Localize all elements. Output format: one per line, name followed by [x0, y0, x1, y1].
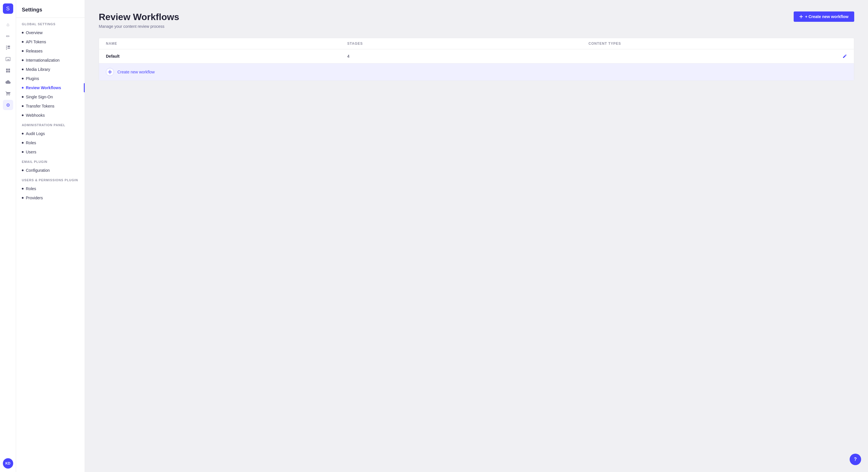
- global-settings-label: GLOBAL SETTINGS: [16, 22, 85, 28]
- sidebar-item-providers[interactable]: Providers: [16, 193, 85, 202]
- bullet-dot: [22, 50, 24, 52]
- sidebar-item-single-sign-on[interactable]: Single Sign-On: [16, 92, 85, 102]
- bullet-dot: [22, 78, 24, 79]
- app-logo[interactable]: S: [3, 3, 13, 14]
- plus-icon-small: [108, 70, 112, 74]
- sidebar-item-api-tokens[interactable]: API Tokens: [16, 37, 85, 46]
- sidebar-item-users[interactable]: Users: [16, 147, 85, 157]
- bullet-dot: [22, 87, 24, 89]
- bullet-dot: [22, 32, 24, 34]
- pencil-icon: [842, 54, 847, 59]
- plus-icon: [799, 15, 803, 19]
- users-permissions-label: USERS & PERMISSIONS PLUGIN: [16, 178, 85, 184]
- page-title: Review Workflows: [99, 11, 179, 22]
- table-row: Default 4: [99, 49, 854, 63]
- workflow-stages: 4: [347, 54, 589, 59]
- bullet-dot: [22, 197, 24, 199]
- plus-circle-icon: [106, 68, 114, 76]
- bullet-dot: [22, 142, 24, 144]
- sidebar-item-label: Roles: [26, 187, 36, 191]
- bullet-dot: [22, 133, 24, 134]
- page-header: Review Workflows Manage your content rev…: [99, 11, 854, 29]
- settings-nav-icon[interactable]: ⚙: [3, 100, 13, 110]
- sidebar-item-roles[interactable]: Roles: [16, 138, 85, 147]
- sidebar-item-permissions-roles[interactable]: Roles: [16, 184, 85, 193]
- sidebar-item-label: Configuration: [26, 168, 50, 173]
- cloud-nav-icon[interactable]: [3, 77, 13, 87]
- bullet-dot: [22, 151, 24, 153]
- sidebar-item-label: Transfer Tokens: [26, 104, 55, 108]
- table-header: NAME STAGES CONTENT TYPES: [99, 38, 854, 49]
- sidebar-item-label: API Tokens: [26, 40, 46, 44]
- main-content: Review Workflows Manage your content rev…: [85, 0, 868, 472]
- grid-nav-icon[interactable]: [3, 65, 13, 76]
- col-stages: STAGES: [347, 42, 589, 45]
- bullet-dot: [22, 114, 24, 116]
- content-area: Review Workflows Manage your content rev…: [85, 0, 868, 472]
- create-workflow-button[interactable]: + Create new workflow: [794, 11, 854, 22]
- sidebar-item-releases[interactable]: Releases: [16, 46, 85, 56]
- sidebar-item-plugins[interactable]: Plugins: [16, 74, 85, 83]
- sidebar-item-label: Audit Logs: [26, 131, 45, 136]
- email-plugin-label: EMAIL PLUGIN: [16, 160, 85, 166]
- bullet-dot: [22, 105, 24, 107]
- sidebar-item-overview[interactable]: Overview: [16, 28, 85, 37]
- sidebar-item-webhooks[interactable]: Webhooks: [16, 111, 85, 120]
- admin-panel-label: ADMINISTRATION PANEL: [16, 123, 85, 129]
- col-content-types: CONTENT TYPES: [588, 42, 830, 45]
- sidebar-item-configuration[interactable]: Configuration: [16, 166, 85, 175]
- bullet-dot: [22, 169, 24, 171]
- home-nav-icon[interactable]: ⌂: [3, 20, 13, 30]
- sidebar-item-label: Plugins: [26, 76, 39, 81]
- create-workflow-inline-label[interactable]: Create new workflow: [117, 70, 155, 74]
- bullet-dot: [22, 59, 24, 61]
- builder-nav-icon[interactable]: [3, 42, 13, 53]
- sidebar-item-label: Providers: [26, 196, 43, 200]
- sidebar-item-label: Webhooks: [26, 113, 45, 117]
- media-nav-icon[interactable]: [3, 54, 13, 64]
- icon-bar: S ⌂ ✏ ⚙ KD: [0, 0, 16, 472]
- page-header-text: Review Workflows Manage your content rev…: [99, 11, 179, 29]
- sidebar-item-media-library[interactable]: Media Library: [16, 65, 85, 74]
- sidebar-item-label: Users: [26, 150, 36, 154]
- user-avatar[interactable]: KD: [3, 458, 13, 469]
- workflow-name: Default: [106, 54, 347, 59]
- sidebar-divider: [16, 18, 85, 18]
- create-workflow-row[interactable]: Create new workflow: [99, 63, 854, 80]
- sidebar-item-label: Overview: [26, 30, 42, 35]
- sidebar-title: Settings: [16, 7, 85, 18]
- workflows-table: NAME STAGES CONTENT TYPES Default 4: [99, 38, 854, 81]
- col-name: NAME: [106, 42, 347, 45]
- sidebar-item-label: Review Workflows: [26, 86, 61, 90]
- edit-workflow-button[interactable]: [830, 54, 847, 59]
- sidebar-item-label: Single Sign-On: [26, 95, 53, 99]
- sidebar-item-internationalization[interactable]: Internationalization: [16, 56, 85, 65]
- bullet-dot: [22, 69, 24, 70]
- help-button[interactable]: ?: [849, 453, 861, 465]
- settings-sidebar: Settings GLOBAL SETTINGS Overview API To…: [16, 0, 85, 472]
- sidebar-item-audit-logs[interactable]: Audit Logs: [16, 129, 85, 138]
- bullet-dot: [22, 188, 24, 190]
- sidebar-item-label: Releases: [26, 49, 42, 53]
- shop-nav-icon[interactable]: [3, 88, 13, 99]
- sidebar-item-label: Internationalization: [26, 58, 60, 63]
- content-nav-icon[interactable]: ✏: [3, 31, 13, 41]
- sidebar-item-label: Roles: [26, 140, 36, 145]
- col-actions: [830, 42, 847, 45]
- bullet-dot: [22, 96, 24, 98]
- sidebar-item-review-workflows[interactable]: Review Workflows: [16, 83, 85, 92]
- sidebar-item-label: Media Library: [26, 67, 50, 72]
- page-subtitle: Manage your content review process: [99, 24, 179, 29]
- sidebar-item-transfer-tokens[interactable]: Transfer Tokens: [16, 102, 85, 111]
- bullet-dot: [22, 41, 24, 43]
